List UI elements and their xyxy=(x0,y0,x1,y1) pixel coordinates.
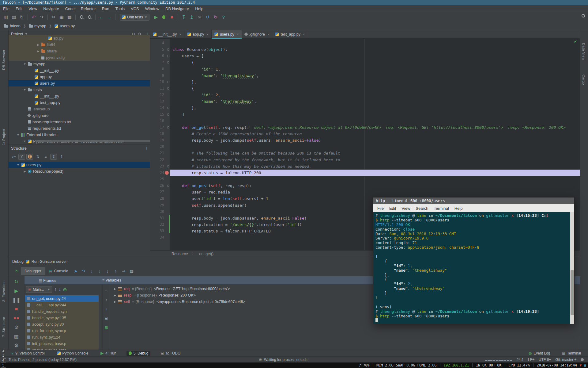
inspections-ok-icon[interactable]: ✔ xyxy=(574,40,577,44)
project-item-lib64[interactable]: ▶lib64 xyxy=(9,41,150,48)
hide-library-frames-icon[interactable]: ⊕ xyxy=(63,287,67,293)
copy-stack-icon[interactable]: ▣ xyxy=(104,316,108,320)
force-step-into-icon[interactable]: ↓ xyxy=(104,269,112,274)
tab-console[interactable]: ▤Console xyxy=(45,267,72,275)
git-branch-indicator[interactable]: Git: master ÷ xyxy=(555,358,576,362)
close-icon[interactable]: × xyxy=(267,33,269,36)
replace-icon[interactable] xyxy=(85,13,93,21)
close-icon[interactable]: × xyxy=(179,33,181,36)
tree-arrow-icon[interactable]: ▶ xyxy=(37,50,40,53)
move-up-icon[interactable]: ↑ xyxy=(105,298,107,302)
menu-item-code[interactable]: Code xyxy=(62,5,78,12)
terminal-menu-terminal[interactable]: Terminal xyxy=(431,206,452,211)
frame-item-1[interactable]: __call__, api.py:244 xyxy=(25,302,99,308)
step-into-icon[interactable]: ↓ xyxy=(88,269,96,274)
undo-icon[interactable]: ↶ xyxy=(30,13,38,21)
breakpoint-icon[interactable] xyxy=(165,171,169,175)
search-everywhere-icon[interactable] xyxy=(582,14,585,17)
sync-icon[interactable]: ↻ xyxy=(18,13,26,21)
run-icon[interactable]: ▶ xyxy=(152,13,160,21)
redo-icon[interactable]: ↷ xyxy=(38,13,46,21)
tree-arrow-icon[interactable]: ▼ xyxy=(23,140,26,143)
vcs-update-icon[interactable]: ↧ xyxy=(180,13,188,21)
vcs-revert-icon[interactable]: ↺ xyxy=(204,13,212,21)
menu-item-file[interactable]: File xyxy=(0,5,13,12)
find-icon[interactable] xyxy=(77,13,85,21)
stop-icon[interactable]: ■ xyxy=(15,306,18,312)
rerun-debug-icon[interactable]: ↻ xyxy=(13,269,21,274)
caret-position[interactable]: 24:1 xyxy=(517,358,524,362)
mute-breakpoints-icon[interactable]: ⊘ xyxy=(14,324,18,330)
terminal-output[interactable]: # theenglishway @ time in ~/Documents/fa… xyxy=(373,212,574,324)
project-item-six-py[interactable]: six.py xyxy=(9,35,150,41)
tool-strip-tab-7-structure[interactable]: 7: Structure xyxy=(2,317,6,337)
fold-marker-icon[interactable] xyxy=(167,185,169,187)
forward-icon[interactable]: → xyxy=(105,13,113,21)
line-ending-indicator[interactable]: LF÷ xyxy=(528,358,534,362)
workspace-5[interactable]: 5 xyxy=(1,363,6,368)
terminal-menu-help[interactable]: Help xyxy=(452,206,466,211)
toolwindow-button-6-todo[interactable]: ▣6: TODO xyxy=(158,351,183,356)
stop-icon[interactable]: ■ xyxy=(168,13,176,21)
pause-icon[interactable]: ❚❚ xyxy=(12,297,21,303)
frame-item-5[interactable]: run_for_one, sync.p xyxy=(25,328,99,334)
tree-arrow-icon[interactable]: ▼ xyxy=(17,163,20,167)
tab-debugger[interactable]: Debugger xyxy=(21,267,45,275)
terminal-menu-file[interactable]: File xyxy=(375,206,386,211)
variable-row-req[interactable]: ▶req = {Request} <Request: GET 'http://l… xyxy=(114,286,230,292)
sort-alpha-icon[interactable]: ↓az xyxy=(10,154,17,160)
project-item-requirements-txt[interactable]: requirements.txt xyxy=(9,125,150,132)
vcs-diff-icon[interactable]: ≍ xyxy=(196,13,204,21)
back-icon[interactable]: ← xyxy=(97,13,105,21)
toolwindow-button-python-console[interactable]: Python Console xyxy=(55,351,91,356)
menu-item-help[interactable]: Help xyxy=(192,5,206,12)
toolwindow-button-9-version-control[interactable]: ⑂9: Version Control xyxy=(9,351,47,356)
tab-__init__-py[interactable]: __init__.py× xyxy=(150,30,184,38)
show-fields-icon[interactable]: f xyxy=(26,154,33,160)
breadcrumb-item-falcon[interactable]: falcon xyxy=(3,24,22,28)
workspace-3[interactable]: 3 xyxy=(1,353,6,358)
menu-item-tools[interactable]: Tools xyxy=(112,5,128,12)
frame-item-6[interactable]: run, sync.py:124 xyxy=(25,334,99,340)
project-item-test_app-py[interactable]: test_app.py xyxy=(9,99,150,106)
resume-icon[interactable]: ▶ xyxy=(14,288,18,294)
tree-arrow-icon[interactable]: ▶ xyxy=(23,170,26,173)
structure-item-resource-object-[interactable]: ▶cResource(object) xyxy=(9,168,150,174)
frame-item-4[interactable]: accept, sync.py:30 xyxy=(25,321,99,328)
open-icon[interactable]: ▥ xyxy=(2,13,10,21)
tree-arrow-icon[interactable]: ▶ xyxy=(37,43,40,46)
project-item-myapp[interactable]: ▼myapp xyxy=(9,61,150,67)
fold-marker-icon[interactable] xyxy=(167,113,169,116)
menu-item-vcs[interactable]: VCS xyxy=(128,5,142,12)
frame-down-icon[interactable]: ↓ xyxy=(58,287,61,292)
fold-marker-icon[interactable] xyxy=(167,165,169,167)
menu-item-window[interactable]: Window xyxy=(142,5,162,12)
save-icon[interactable]: ▤ xyxy=(10,13,18,21)
expand-icon[interactable]: ▶ xyxy=(114,300,116,303)
cut-icon[interactable]: ✂ xyxy=(50,13,58,21)
run-config-combo[interactable]: Unit tests▼ xyxy=(120,14,149,21)
run-to-cursor-icon[interactable]: ⇒ xyxy=(120,269,128,274)
vcs-commit-icon[interactable]: ↥ xyxy=(188,13,196,21)
frame-item-2[interactable]: handle_request, syn xyxy=(25,308,99,315)
help-icon[interactable]: ? xyxy=(220,13,228,21)
tool-strip-tab-1-project[interactable]: 1: Project xyxy=(2,99,6,145)
menu-item-db-navigator[interactable]: DB Navigator xyxy=(162,5,192,12)
tool-strip-tab-cargo[interactable]: Cargo xyxy=(582,75,586,85)
close-icon[interactable]: × xyxy=(206,33,208,36)
move-down-icon[interactable]: ↓ xyxy=(105,307,107,311)
menu-item-edit[interactable]: Edit xyxy=(13,5,25,12)
menu-item-refactor[interactable]: Refactor xyxy=(78,5,99,12)
project-item-app-py[interactable]: app.py xyxy=(9,74,150,80)
tab-test_app-py[interactable]: test_app.py× xyxy=(272,30,308,38)
expand-icon[interactable]: ▶ xyxy=(114,294,116,297)
restore-layout-icon[interactable]: ▦ xyxy=(14,333,19,339)
terminal-scrollbar[interactable] xyxy=(570,212,574,324)
tool-strip-tab-data-view[interactable]: Data View xyxy=(582,43,586,60)
structure-item-users-py[interactable]: ▼users.py xyxy=(9,162,150,168)
tool-strip-tab-2-favorites[interactable]: 2: Favorites xyxy=(2,282,6,302)
show-inherited-icon[interactable]: Y xyxy=(18,154,25,160)
autoscroll-from-source-icon[interactable]: ↥ xyxy=(58,154,65,160)
autoscroll-to-source-icon[interactable]: ↧ xyxy=(50,154,57,160)
view-breakpoints-icon[interactable]: ●● xyxy=(13,315,19,321)
